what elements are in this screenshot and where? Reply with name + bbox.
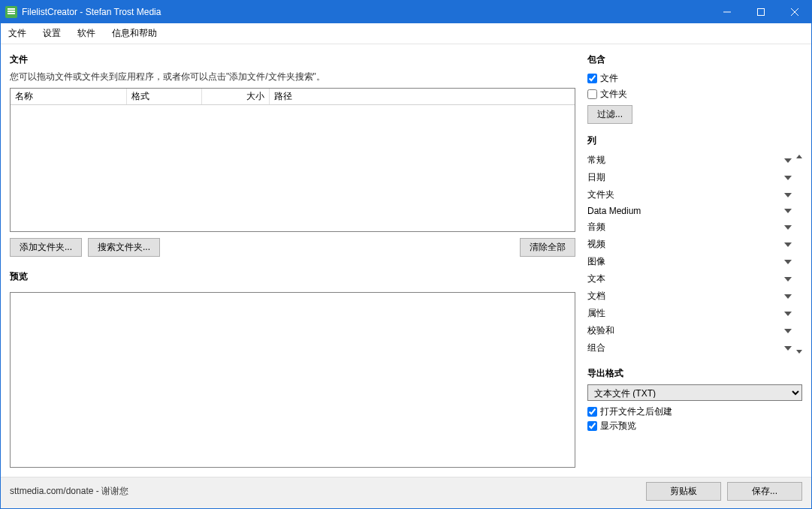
columns-header: 列 bbox=[587, 134, 802, 147]
chevron-down-icon bbox=[784, 225, 792, 230]
clear-all-button[interactable]: 清除全部 bbox=[520, 238, 575, 257]
column-item-label: 常规 bbox=[587, 154, 605, 167]
left-pane: 文件 您可以拖动文件或文件夹到应用程序，或者你可以点击"添加文件/文件夹搜索"。… bbox=[10, 53, 575, 468]
scroll-up-icon[interactable] bbox=[796, 155, 802, 158]
app-window: FilelistCreator - Stefan Trost Media 文件 … bbox=[0, 0, 812, 509]
show-preview-row[interactable]: 显示预览 bbox=[587, 420, 802, 432]
menu-settings[interactable]: 设置 bbox=[40, 26, 64, 41]
column-item-label: 组合 bbox=[587, 342, 605, 354]
col-format[interactable]: 格式 bbox=[127, 89, 202, 104]
chevron-down-icon bbox=[784, 312, 792, 316]
save-button[interactable]: 保存... bbox=[727, 482, 802, 501]
column-item-label: Data Medium bbox=[587, 206, 641, 216]
show-preview-checkbox[interactable] bbox=[587, 421, 597, 431]
column-item-label: 属性 bbox=[587, 307, 605, 320]
column-item[interactable]: 属性 bbox=[587, 305, 802, 322]
column-item-label: 文本 bbox=[587, 273, 605, 285]
statusbar: sttmedia.com/donate - 谢谢您 剪贴板 保存... bbox=[1, 477, 811, 508]
chevron-down-icon bbox=[784, 242, 792, 247]
chevron-down-icon bbox=[784, 176, 792, 180]
files-hint: 您可以拖动文件或文件夹到应用程序，或者你可以点击"添加文件/文件夹搜索"。 bbox=[10, 71, 575, 83]
column-item[interactable]: 文档 bbox=[587, 288, 802, 305]
table-header-row: 名称 格式 大小 路径 bbox=[11, 89, 575, 105]
column-item-label: 视频 bbox=[587, 238, 605, 251]
chevron-down-icon bbox=[784, 277, 792, 282]
open-after-label: 打开文件之后创建 bbox=[600, 405, 672, 418]
column-item[interactable]: 文本 bbox=[587, 270, 802, 288]
column-item-label: 校验和 bbox=[587, 324, 614, 337]
add-folder-button[interactable]: 添加文件夹... bbox=[10, 238, 82, 257]
close-icon bbox=[791, 8, 798, 16]
menu-software[interactable]: 软件 bbox=[74, 26, 98, 41]
column-item[interactable]: 视频 bbox=[587, 236, 802, 253]
file-button-row: 添加文件夹... 搜索文件夹... 清除全部 bbox=[10, 238, 575, 257]
chevron-down-icon bbox=[784, 209, 792, 213]
column-item[interactable]: 组合 bbox=[587, 339, 802, 357]
chevron-down-icon bbox=[784, 329, 792, 333]
column-item-label: 图像 bbox=[587, 255, 605, 268]
right-pane: 包含 文件 文件夹 过滤... 列 常规日期文件夹Data Medium音频视频… bbox=[587, 53, 802, 468]
svg-rect-1 bbox=[757, 9, 764, 16]
column-item[interactable]: 校验和 bbox=[587, 322, 802, 339]
filter-button[interactable]: 过滤... bbox=[587, 105, 632, 124]
preview-header: 预览 bbox=[10, 270, 575, 283]
column-item[interactable]: 音频 bbox=[587, 218, 802, 236]
file-table[interactable]: 名称 格式 大小 路径 bbox=[10, 88, 575, 232]
open-after-row[interactable]: 打开文件之后创建 bbox=[587, 405, 802, 418]
menu-file[interactable]: 文件 bbox=[5, 26, 29, 41]
window-title: FilelistCreator - Stefan Trost Media bbox=[22, 7, 161, 17]
include-files-label: 文件 bbox=[600, 72, 618, 85]
col-path[interactable]: 路径 bbox=[270, 89, 575, 104]
show-preview-label: 显示预览 bbox=[600, 420, 636, 432]
export-header: 导出格式 bbox=[587, 367, 802, 380]
chevron-down-icon bbox=[784, 294, 792, 299]
col-name[interactable]: 名称 bbox=[11, 89, 127, 104]
menubar: 文件 设置 软件 信息和帮助 bbox=[1, 23, 811, 44]
status-text: sttmedia.com/donate - 谢谢您 bbox=[10, 485, 640, 498]
include-folders-label: 文件夹 bbox=[600, 88, 627, 101]
close-button[interactable] bbox=[777, 1, 811, 23]
column-item[interactable]: 日期 bbox=[587, 169, 802, 186]
minimize-button[interactable] bbox=[710, 1, 744, 23]
open-after-checkbox[interactable] bbox=[587, 407, 597, 417]
clipboard-button[interactable]: 剪贴板 bbox=[646, 482, 721, 501]
preview-box[interactable] bbox=[10, 292, 575, 468]
columns-list: 常规日期文件夹Data Medium音频视频图像文本文档属性校验和组合 bbox=[587, 152, 802, 357]
column-item-label: 音频 bbox=[587, 221, 605, 233]
maximize-button[interactable] bbox=[744, 1, 777, 23]
column-item[interactable]: Data Medium bbox=[587, 203, 802, 218]
column-item[interactable]: 图像 bbox=[587, 253, 802, 270]
col-size[interactable]: 大小 bbox=[202, 89, 270, 104]
include-folders-checkbox[interactable] bbox=[587, 89, 597, 99]
include-files-checkbox[interactable] bbox=[587, 74, 597, 83]
include-folders-row[interactable]: 文件夹 bbox=[587, 88, 802, 101]
export-format-select[interactable]: 文本文件 (TXT) bbox=[587, 384, 802, 401]
column-item-label: 文件夹 bbox=[587, 188, 614, 201]
table-body[interactable] bbox=[11, 105, 575, 231]
chevron-down-icon bbox=[784, 158, 792, 163]
scroll-down-icon[interactable] bbox=[796, 350, 802, 354]
app-icon bbox=[5, 6, 17, 18]
maximize-icon bbox=[757, 8, 765, 16]
titlebar: FilelistCreator - Stefan Trost Media bbox=[1, 1, 811, 23]
column-item-label: 日期 bbox=[587, 171, 605, 184]
chevron-down-icon bbox=[784, 193, 792, 197]
content-area: 文件 您可以拖动文件或文件夹到应用程序，或者你可以点击"添加文件/文件夹搜索"。… bbox=[1, 44, 811, 477]
files-header: 文件 bbox=[10, 53, 575, 66]
column-item[interactable]: 常规 bbox=[587, 152, 802, 169]
include-header: 包含 bbox=[587, 53, 802, 66]
minimize-icon bbox=[723, 8, 731, 16]
menu-help[interactable]: 信息和帮助 bbox=[109, 26, 160, 41]
chevron-down-icon bbox=[784, 346, 792, 351]
column-item-label: 文档 bbox=[587, 290, 605, 303]
chevron-down-icon bbox=[784, 260, 792, 264]
search-folder-button[interactable]: 搜索文件夹... bbox=[88, 238, 160, 257]
include-files-row[interactable]: 文件 bbox=[587, 72, 802, 85]
column-item[interactable]: 文件夹 bbox=[587, 186, 802, 203]
